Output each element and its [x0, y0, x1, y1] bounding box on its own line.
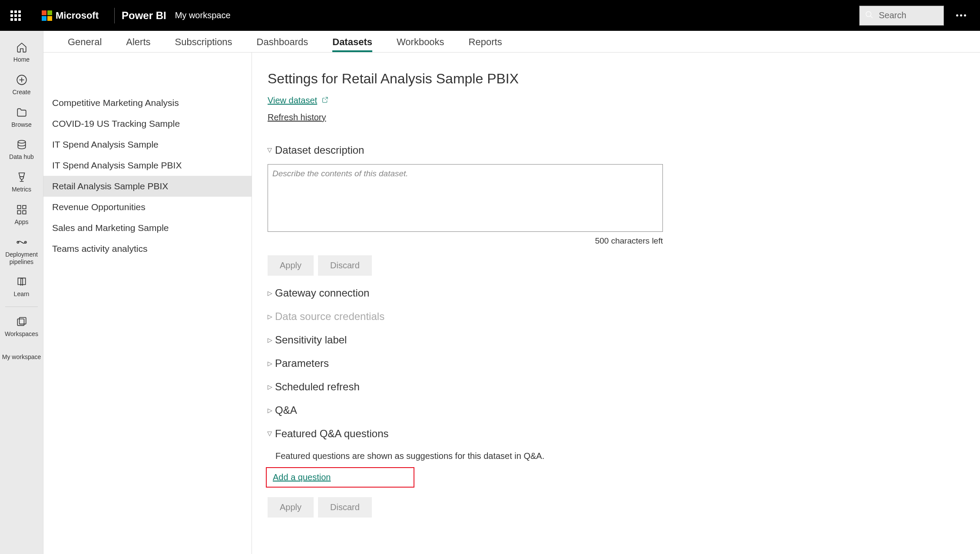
svg-point-0: [866, 11, 871, 16]
breadcrumb[interactable]: My workspace: [175, 10, 231, 20]
description-textarea[interactable]: [268, 164, 663, 232]
char-count: 500 characters left: [268, 236, 663, 246]
svg-rect-13: [19, 317, 26, 324]
tab-workbooks[interactable]: Workbooks: [397, 36, 444, 52]
dataset-list: Competitive Marketing Analysis COVID-19 …: [43, 53, 252, 554]
caret-right-icon: ▷: [268, 360, 272, 367]
nav-create[interactable]: Create: [0, 69, 43, 101]
section-sensitivity-label[interactable]: ▷ Sensitivity label: [268, 334, 964, 346]
caret-right-icon: ▷: [268, 290, 272, 297]
svg-line-1: [871, 16, 873, 18]
settings-title: Settings for Retail Analysis Sample PBIX: [268, 71, 964, 87]
dataset-item[interactable]: Revenue Opportunities: [43, 197, 252, 218]
workspaces-icon: [16, 316, 28, 328]
svg-rect-12: [17, 319, 24, 326]
settings-detail: Settings for Retail Analysis Sample PBIX…: [252, 53, 980, 554]
apps-icon: [16, 204, 28, 216]
nav-learn[interactable]: Learn: [0, 270, 43, 303]
add-question-highlight: Add a question: [266, 467, 414, 488]
refresh-history-link[interactable]: Refresh history: [268, 112, 326, 122]
left-nav: Home Create Browse Data hub Metrics: [0, 31, 43, 554]
dataset-item[interactable]: IT Spend Analysis Sample PBIX: [43, 155, 252, 176]
search-box[interactable]: [859, 6, 944, 26]
dataset-item-selected[interactable]: Retail Analysis Sample PBIX: [43, 176, 252, 197]
more-options-icon[interactable]: [953, 11, 970, 20]
view-dataset-link[interactable]: View dataset: [268, 96, 328, 106]
section-featured-qa[interactable]: ▷ Featured Q&A questions: [268, 428, 964, 440]
dataset-item[interactable]: Sales and Marketing Sample: [43, 218, 252, 238]
svg-point-11: [24, 241, 26, 243]
tab-general[interactable]: General: [68, 36, 102, 52]
dataset-item[interactable]: IT Spend Analysis Sample: [43, 134, 252, 155]
microsoft-text: Microsoft: [56, 10, 99, 21]
apply-button-2[interactable]: Apply: [268, 497, 314, 518]
caret-down-icon: ▷: [267, 148, 274, 153]
caret-right-icon: ▷: [268, 336, 272, 343]
section-qa[interactable]: ▷ Q&A: [268, 404, 964, 416]
dataset-item[interactable]: COVID-19 US Tracking Sample: [43, 113, 252, 134]
caret-down-icon: ▷: [267, 432, 274, 436]
caret-right-icon: ▷: [268, 313, 272, 320]
caret-right-icon: ▷: [268, 383, 272, 390]
top-bar: Microsoft Power BI My workspace: [0, 0, 980, 31]
tab-bar: General Alerts Subscriptions Dashboards …: [43, 31, 980, 53]
divider: [114, 8, 115, 23]
caret-right-icon: ▷: [268, 407, 272, 414]
microsoft-logo: Microsoft: [42, 10, 99, 21]
home-icon: [16, 41, 28, 53]
nav-browse[interactable]: Browse: [0, 101, 43, 134]
tab-subscriptions[interactable]: Subscriptions: [175, 36, 232, 52]
external-link-icon: [321, 96, 328, 106]
nav-home[interactable]: Home: [0, 36, 43, 69]
nav-apps[interactable]: Apps: [0, 198, 43, 231]
dataset-item[interactable]: Teams activity analytics: [43, 238, 252, 259]
section-parameters[interactable]: ▷ Parameters: [268, 357, 964, 369]
microsoft-logo-icon: [42, 10, 52, 21]
nav-data-hub[interactable]: Data hub: [0, 133, 43, 166]
discard-button-2[interactable]: Discard: [318, 497, 372, 518]
svg-rect-8: [17, 211, 21, 214]
deployment-pipelines-icon: [16, 236, 28, 248]
nav-my-workspace[interactable]: My workspace: [0, 348, 43, 366]
section-scheduled-refresh[interactable]: ▷ Scheduled refresh: [268, 381, 964, 393]
add-question-link[interactable]: Add a question: [273, 472, 331, 482]
create-icon: [16, 74, 28, 86]
svg-rect-9: [23, 211, 26, 214]
discard-button[interactable]: Discard: [318, 255, 372, 276]
nav-metrics[interactable]: Metrics: [0, 166, 43, 198]
section-data-source-credentials[interactable]: ▷ Data source credentials: [268, 310, 964, 323]
learn-icon: [16, 276, 28, 288]
search-input[interactable]: [879, 10, 938, 20]
search-icon: [865, 10, 874, 21]
nav-separator: [5, 307, 38, 307]
browse-icon: [16, 106, 28, 119]
tab-reports[interactable]: Reports: [469, 36, 502, 52]
svg-point-5: [18, 141, 25, 144]
metrics-icon: [16, 171, 28, 183]
data-hub-icon: [16, 138, 28, 151]
dataset-item[interactable]: Competitive Marketing Analysis: [43, 92, 252, 113]
product-name: Power BI: [122, 10, 166, 22]
section-gateway-connection[interactable]: ▷ Gateway connection: [268, 287, 964, 299]
svg-rect-7: [23, 205, 26, 209]
apply-button[interactable]: Apply: [268, 255, 314, 276]
section-dataset-description[interactable]: ▷ Dataset description: [268, 144, 964, 156]
nav-workspaces[interactable]: Workspaces: [0, 310, 43, 343]
nav-deployment-pipelines[interactable]: Deployment pipelines: [0, 231, 43, 271]
tab-alerts[interactable]: Alerts: [126, 36, 150, 52]
tab-dashboards[interactable]: Dashboards: [257, 36, 308, 52]
tab-datasets[interactable]: Datasets: [332, 36, 372, 52]
featured-qa-description: Featured questions are shown as suggesti…: [275, 451, 964, 461]
svg-rect-6: [17, 205, 21, 209]
app-launcher-icon[interactable]: [10, 10, 21, 21]
